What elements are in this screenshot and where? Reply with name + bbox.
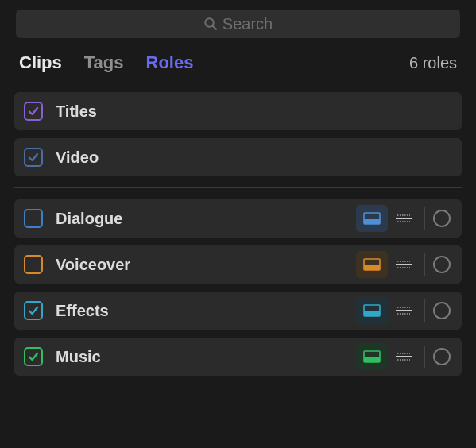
role-controls <box>356 297 452 324</box>
role-label: Dialogue <box>56 210 356 228</box>
solo-radio[interactable] <box>433 210 451 227</box>
checkbox-titles[interactable] <box>24 102 43 121</box>
control-divider <box>424 253 425 276</box>
role-label: Video <box>56 149 452 167</box>
solo-radio[interactable] <box>433 302 451 319</box>
svg-rect-13 <box>364 311 380 316</box>
role-label: Effects <box>56 302 356 320</box>
search-input[interactable]: Search <box>16 10 460 38</box>
search-placeholder: Search <box>223 15 273 33</box>
lane-toggle-button[interactable] <box>356 343 388 370</box>
focus-button[interactable] <box>388 205 420 232</box>
tab-roles[interactable]: Roles <box>146 52 194 73</box>
section-divider <box>14 187 462 188</box>
role-controls <box>356 343 452 370</box>
control-divider <box>424 299 425 322</box>
checkbox-video[interactable] <box>24 148 43 167</box>
roles-count: 6 roles <box>409 54 457 72</box>
checkbox-dialogue[interactable] <box>24 209 43 228</box>
tab-clips[interactable]: Clips <box>19 52 62 73</box>
svg-rect-18 <box>364 357 380 362</box>
lane-toggle-button[interactable] <box>356 297 388 324</box>
focus-button[interactable] <box>388 343 420 370</box>
checkbox-effects[interactable] <box>24 301 43 320</box>
role-row-dialogue[interactable]: Dialogue <box>14 199 462 238</box>
control-divider <box>424 207 425 230</box>
svg-line-1 <box>212 26 216 30</box>
lane-toggle-button[interactable] <box>356 205 388 232</box>
tab-tags[interactable]: Tags <box>84 52 124 73</box>
search-icon <box>203 17 218 31</box>
role-controls <box>356 205 452 232</box>
role-row-titles[interactable]: Titles <box>14 92 462 130</box>
role-row-voiceover[interactable]: Voiceover <box>14 245 462 284</box>
svg-rect-3 <box>364 219 380 224</box>
role-controls <box>356 251 452 278</box>
roles-list: Titles Video Dialogue <box>11 92 465 376</box>
checkbox-music[interactable] <box>24 347 43 366</box>
role-label: Titles <box>56 102 452 121</box>
control-divider <box>424 346 425 368</box>
role-row-music[interactable]: Music <box>14 338 462 376</box>
role-row-effects[interactable]: Effects <box>14 292 462 330</box>
lane-toggle-button[interactable] <box>356 251 388 278</box>
solo-radio[interactable] <box>433 256 451 273</box>
role-row-video[interactable]: Video <box>14 138 462 176</box>
tabs-row: Clips Tags Roles 6 roles <box>11 52 465 92</box>
role-label: Voiceover <box>56 256 356 274</box>
svg-rect-8 <box>364 265 380 270</box>
solo-radio[interactable] <box>433 348 451 365</box>
focus-button[interactable] <box>388 251 420 278</box>
checkbox-voiceover[interactable] <box>24 255 43 274</box>
focus-button[interactable] <box>388 297 420 324</box>
role-label: Music <box>56 348 356 366</box>
